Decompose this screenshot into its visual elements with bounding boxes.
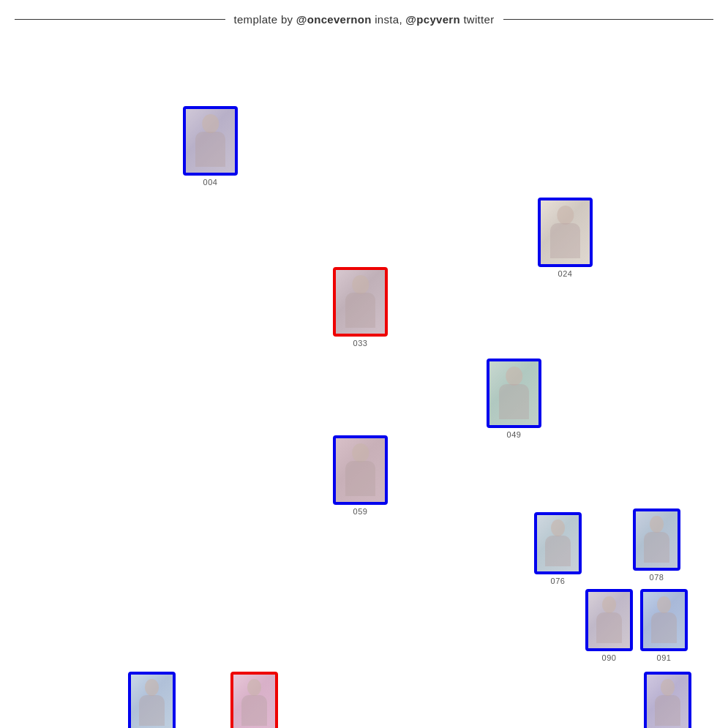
header-text-after: twitter bbox=[460, 13, 495, 26]
person-photo-096 bbox=[233, 675, 275, 728]
person-photo-059 bbox=[336, 438, 385, 502]
card-049[interactable]: 049 bbox=[487, 359, 541, 439]
card-004[interactable]: 004 bbox=[183, 106, 238, 187]
person-photo-024 bbox=[541, 200, 590, 264]
card-image-078 bbox=[633, 509, 680, 571]
card-canvas: 004024033049059076078090091094096104 bbox=[0, 44, 728, 728]
card-076[interactable]: 076 bbox=[534, 512, 582, 585]
card-image-076 bbox=[534, 512, 582, 574]
card-image-096 bbox=[230, 672, 278, 728]
person-photo-104 bbox=[647, 675, 688, 728]
header: template by @oncevernon insta, @pcyvern … bbox=[0, 0, 728, 39]
card-image-049 bbox=[487, 359, 541, 428]
card-094[interactable]: 094 bbox=[128, 672, 176, 728]
person-photo-033 bbox=[336, 270, 385, 334]
card-label-078: 078 bbox=[650, 573, 664, 582]
card-image-033 bbox=[333, 267, 388, 337]
card-label-090: 090 bbox=[602, 653, 617, 662]
card-091[interactable]: 091 bbox=[640, 589, 688, 662]
header-text: template by @oncevernon insta, @pcyvern … bbox=[234, 13, 495, 26]
card-label-049: 049 bbox=[507, 430, 522, 439]
person-photo-076 bbox=[537, 515, 579, 571]
card-078[interactable]: 078 bbox=[633, 509, 680, 582]
card-image-094 bbox=[128, 672, 176, 728]
card-image-024 bbox=[538, 198, 593, 267]
card-label-059: 059 bbox=[353, 507, 368, 516]
card-104[interactable]: 104 bbox=[644, 672, 691, 728]
header-line-right bbox=[503, 19, 714, 20]
card-label-004: 004 bbox=[203, 178, 218, 187]
person-photo-078 bbox=[636, 511, 678, 568]
card-label-024: 024 bbox=[558, 269, 573, 278]
header-text-middle: insta, bbox=[372, 13, 406, 26]
card-image-104 bbox=[644, 672, 691, 728]
card-096[interactable]: 096 bbox=[230, 672, 278, 728]
insta-handle: @oncevernon bbox=[296, 13, 372, 26]
card-033[interactable]: 033 bbox=[333, 267, 388, 348]
header-text-before: template by bbox=[234, 13, 296, 26]
card-label-076: 076 bbox=[551, 577, 566, 585]
person-photo-090 bbox=[588, 592, 630, 648]
card-image-004 bbox=[183, 106, 238, 176]
card-090[interactable]: 090 bbox=[585, 589, 633, 662]
person-photo-091 bbox=[643, 592, 685, 648]
card-label-091: 091 bbox=[657, 653, 672, 662]
card-image-090 bbox=[585, 589, 633, 651]
person-photo-049 bbox=[489, 361, 539, 425]
card-image-059 bbox=[333, 435, 388, 505]
header-line-left bbox=[15, 19, 225, 20]
twitter-handle: @pcyvern bbox=[405, 13, 460, 26]
card-024[interactable]: 024 bbox=[538, 198, 593, 278]
person-photo-094 bbox=[131, 675, 173, 728]
card-image-091 bbox=[640, 589, 688, 651]
card-label-033: 033 bbox=[353, 339, 368, 348]
person-photo-004 bbox=[186, 109, 235, 173]
card-059[interactable]: 059 bbox=[333, 435, 388, 516]
